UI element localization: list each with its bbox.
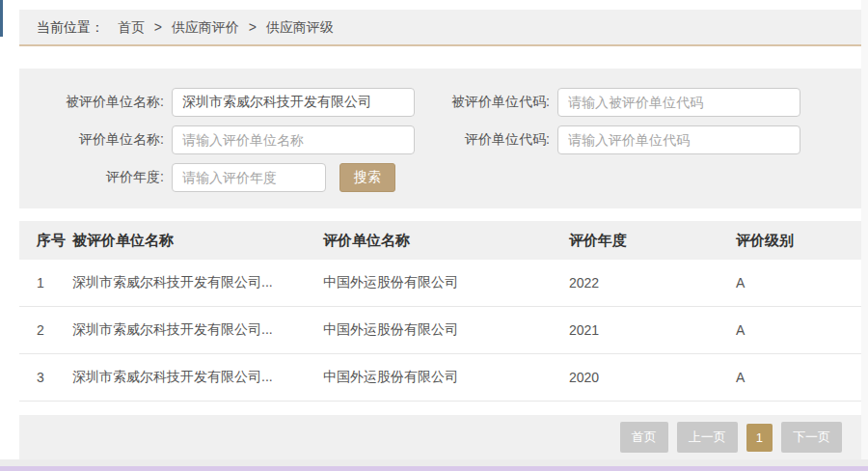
results-table: 序号 被评价单位名称 评价单位名称 评价年度 评价级别 1 深圳市索威尔科技开发… — [19, 221, 861, 402]
first-page-button[interactable]: 首页 — [620, 422, 668, 453]
header-evaluator-unit-name: 评价单位名称 — [323, 232, 569, 250]
breadcrumb-separator: > — [249, 19, 257, 35]
form-row-1: 被评价单位名称: 被评价单位代码: — [19, 88, 861, 117]
breadcrumb-separator: > — [154, 19, 162, 35]
cell-evaluation-level: A — [736, 370, 861, 385]
form-row-3: 评价年度: 搜索 — [19, 163, 861, 192]
cell-evaluator-unit-name: 中国外运股份有限公司 — [323, 321, 569, 339]
evaluation-year-input[interactable] — [172, 163, 326, 192]
field-evaluated-unit-code: 被评价单位代码: — [434, 88, 800, 117]
breadcrumb: 当前位置： 首页 > 供应商评价 > 供应商评级 — [19, 10, 861, 46]
evaluator-unit-code-input[interactable] — [557, 125, 800, 154]
header-evaluated-unit-name: 被评价单位名称 — [72, 232, 323, 250]
cell-evaluation-year: 2021 — [569, 322, 736, 338]
cell-evaluated-unit-name: 深圳市索威尔科技开发有限公司... — [72, 369, 323, 386]
cell-index: 3 — [37, 370, 72, 385]
bottom-purple-strip — [0, 466, 868, 471]
previous-page-button[interactable]: 上一页 — [677, 422, 738, 453]
right-edge-strip — [861, 0, 868, 461]
header-index: 序号 — [37, 232, 72, 250]
field-evaluation-year: 评价年度: 搜索 — [19, 163, 434, 192]
table-row: 1 深圳市索威尔科技开发有限公司... 中国外运股份有限公司 2022 A — [19, 260, 861, 307]
evaluation-year-label: 评价年度: — [19, 169, 164, 186]
field-evaluated-unit-name: 被评价单位名称: — [19, 88, 434, 117]
cell-evaluation-level: A — [736, 322, 861, 338]
table-header-row: 序号 被评价单位名称 评价单位名称 评价年度 评价级别 — [19, 221, 861, 260]
pagination-bar: 首页 上一页 1 下一页 — [19, 415, 861, 459]
evaluator-unit-code-label: 评价单位代码: — [434, 131, 550, 149]
bottom-gray-strip — [0, 459, 868, 466]
cell-evaluation-level: A — [736, 275, 861, 291]
field-evaluator-unit-name: 评价单位名称: — [19, 125, 434, 154]
top-left-accent-bar — [0, 0, 3, 37]
cell-evaluation-year: 2022 — [569, 275, 736, 291]
table-row: 2 深圳市索威尔科技开发有限公司... 中国外运股份有限公司 2021 A — [19, 307, 861, 354]
search-panel: 被评价单位名称: 被评价单位代码: 评价单位名称: 评价单位代码: 评价年度: — [19, 69, 861, 208]
header-evaluation-level: 评价级别 — [736, 232, 861, 250]
field-evaluator-unit-code: 评价单位代码: — [434, 125, 800, 154]
evaluated-unit-name-input[interactable] — [172, 88, 415, 117]
table-row: 3 深圳市索威尔科技开发有限公司... 中国外运股份有限公司 2020 A — [19, 354, 861, 402]
breadcrumb-item-supplier-evaluation[interactable]: 供应商评价 — [172, 19, 239, 35]
evaluated-unit-code-input[interactable] — [557, 88, 800, 117]
evaluator-unit-name-label: 评价单位名称: — [19, 131, 164, 149]
evaluated-unit-code-label: 被评价单位代码: — [434, 94, 550, 111]
cell-evaluated-unit-name: 深圳市索威尔科技开发有限公司... — [72, 274, 323, 291]
cell-index: 1 — [37, 275, 72, 291]
search-button[interactable]: 搜索 — [339, 163, 395, 192]
evaluator-unit-name-input[interactable] — [172, 125, 415, 154]
breadcrumb-item-home[interactable]: 首页 — [118, 19, 145, 35]
cell-evaluated-unit-name: 深圳市索威尔科技开发有限公司... — [72, 321, 323, 339]
cell-evaluator-unit-name: 中国外运股份有限公司 — [323, 274, 569, 291]
form-row-2: 评价单位名称: 评价单位代码: — [19, 125, 861, 154]
cell-evaluator-unit-name: 中国外运股份有限公司 — [323, 369, 569, 386]
cell-evaluation-year: 2020 — [569, 370, 736, 385]
page-container: 当前位置： 首页 > 供应商评价 > 供应商评级 被评价单位名称: 被评价单位代… — [19, 10, 861, 459]
cell-index: 2 — [37, 322, 72, 338]
next-page-button[interactable]: 下一页 — [781, 422, 842, 453]
current-page-button[interactable]: 1 — [746, 424, 773, 452]
header-evaluation-year: 评价年度 — [569, 232, 736, 250]
evaluated-unit-name-label: 被评价单位名称: — [19, 94, 164, 111]
breadcrumb-item-supplier-rating: 供应商评级 — [266, 19, 334, 35]
breadcrumb-label: 当前位置： — [37, 19, 104, 35]
